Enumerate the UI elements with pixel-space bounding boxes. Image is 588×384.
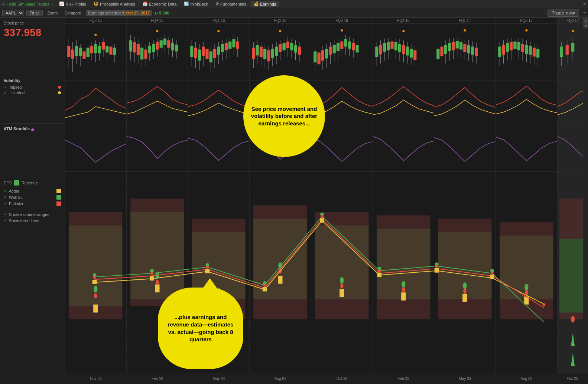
svg-point-127 bbox=[279, 268, 282, 273]
eps-3 bbox=[250, 172, 311, 373]
svg-rect-159 bbox=[375, 47, 378, 57]
scroll-up-button[interactable]: ▲ bbox=[583, 18, 588, 23]
svg-rect-141 bbox=[337, 43, 340, 51]
svg-rect-43 bbox=[148, 46, 151, 53]
quarter-col-6: FQ1 17 bbox=[434, 18, 496, 373]
svg-rect-182 bbox=[377, 215, 430, 319]
svg-rect-229 bbox=[525, 45, 528, 54]
quarter-col-3: FQ2 16 bbox=[250, 18, 311, 373]
fit-all-button[interactable]: Fit all bbox=[26, 10, 43, 16]
hist-dot bbox=[58, 91, 61, 94]
vol-0 bbox=[65, 81, 126, 125]
earnings-label: Earnings scheduled: bbox=[88, 11, 125, 15]
trade-now-button[interactable]: Trade now bbox=[548, 9, 579, 17]
svg-rect-199 bbox=[459, 42, 462, 50]
svg-rect-175 bbox=[406, 47, 409, 56]
svg-rect-73 bbox=[206, 49, 209, 59]
callout1-text: See price movement and volatility before… bbox=[251, 105, 318, 127]
expand-icon[interactable]: ≡ bbox=[584, 2, 586, 6]
q-label-2: FQ1 16 bbox=[188, 18, 249, 24]
date-3: Aug 03 bbox=[250, 377, 311, 381]
svg-rect-113 bbox=[283, 43, 286, 50]
svg-point-26 bbox=[94, 34, 97, 36]
svg-rect-173 bbox=[402, 45, 405, 54]
svg-rect-75 bbox=[209, 52, 212, 63]
svg-rect-67 bbox=[194, 48, 197, 58]
svg-rect-167 bbox=[390, 42, 393, 49]
svg-rect-161 bbox=[379, 45, 382, 55]
toolbar: AAPL Fit all Zoom Compare Earnings sched… bbox=[0, 8, 588, 18]
tab-risk-profile[interactable]: 📈 Risk Profile bbox=[56, 1, 89, 7]
svg-rect-49 bbox=[159, 40, 162, 48]
svg-point-185 bbox=[402, 287, 405, 292]
show-ranges-row[interactable]: ✓ Show estimate ranges bbox=[4, 212, 61, 217]
tab-earnings[interactable]: 💰 Earnings bbox=[251, 1, 279, 7]
toolbar-expand-icon[interactable]: ≡ bbox=[584, 11, 586, 15]
svg-rect-9 bbox=[82, 52, 85, 59]
svg-rect-45 bbox=[152, 44, 155, 52]
tab-prob-analysis[interactable]: 🔱 Probability Analysis bbox=[91, 1, 138, 7]
eps-panel: EPS Revenue ✓ Actual ✓ Wall St. ✓ Estimi… bbox=[0, 177, 65, 384]
sidebar: Stock price 337.958 Volatility ✓ Implied… bbox=[0, 18, 65, 384]
svg-rect-221 bbox=[510, 42, 513, 50]
svg-rect-99 bbox=[256, 45, 259, 56]
svg-rect-169 bbox=[394, 42, 397, 50]
svg-rect-155 bbox=[340, 289, 344, 297]
atm-0 bbox=[65, 125, 126, 172]
svg-rect-165 bbox=[387, 42, 390, 50]
candle-6 bbox=[434, 24, 496, 81]
svg-rect-13 bbox=[90, 46, 93, 53]
quarter-col-7: FQ2 17 bbox=[496, 18, 558, 373]
vol-1 bbox=[127, 81, 188, 125]
estimize-row: ✓ Estimize bbox=[4, 201, 61, 206]
vol-2 bbox=[188, 81, 249, 125]
zoom-button[interactable]: Zoom bbox=[45, 10, 60, 16]
candle-7 bbox=[496, 24, 557, 81]
svg-point-90 bbox=[218, 30, 220, 32]
estimize-label: Estimize bbox=[9, 201, 25, 206]
tab-fundamentals[interactable]: ⚙ Fundamentals bbox=[212, 1, 249, 7]
show-trend-row[interactable]: ✓ Show trend lines bbox=[4, 218, 61, 223]
callout2-bubble: ...plus earnings and revenue data—estima… bbox=[158, 288, 243, 369]
svg-rect-55 bbox=[171, 43, 174, 50]
svg-point-240 bbox=[524, 284, 528, 291]
svg-rect-233 bbox=[533, 48, 536, 57]
implied-check: ✓ bbox=[4, 85, 7, 89]
q-label-1: FQ4 15 bbox=[127, 18, 188, 24]
svg-rect-7 bbox=[79, 48, 82, 56]
tab-thinkback[interactable]: 🔄 thinkBack bbox=[181, 1, 211, 7]
svg-rect-239 bbox=[524, 296, 529, 305]
svg-rect-11 bbox=[87, 48, 90, 57]
svg-rect-215 bbox=[498, 47, 501, 57]
compare-button[interactable]: Compare bbox=[62, 10, 83, 16]
estimize-color bbox=[56, 201, 61, 206]
scroll-down-button[interactable]: ▼ bbox=[583, 23, 588, 28]
add-simulated-trades-button[interactable]: + + Add Simulated Trades bbox=[2, 2, 49, 6]
svg-rect-65 bbox=[191, 46, 194, 57]
svg-rect-177 bbox=[409, 49, 412, 58]
atm-dot bbox=[31, 128, 34, 131]
symbol-select[interactable]: AAPL bbox=[2, 10, 24, 16]
svg-rect-89 bbox=[236, 42, 239, 49]
tab-earn-label: Earnings bbox=[260, 2, 276, 6]
svg-rect-219 bbox=[506, 43, 509, 52]
scroll-bar[interactable]: ▲ ▼ bbox=[583, 18, 588, 373]
atm-7 bbox=[496, 125, 557, 172]
svg-point-126 bbox=[278, 262, 282, 269]
candle-3 bbox=[250, 24, 311, 81]
chart-columns: FQ3 15 bbox=[65, 18, 588, 373]
svg-rect-79 bbox=[217, 47, 220, 55]
trend-check: ✓ bbox=[4, 218, 7, 223]
q-label-0: FQ3 15 bbox=[65, 18, 126, 24]
candle-0 bbox=[65, 24, 126, 81]
svg-rect-21 bbox=[105, 46, 108, 53]
svg-point-184 bbox=[402, 281, 405, 288]
ranges-check: ✓ bbox=[4, 212, 7, 217]
q-label-6: FQ1 17 bbox=[434, 18, 496, 24]
candle-4 bbox=[311, 24, 373, 81]
svg-rect-17 bbox=[98, 46, 101, 53]
q-label-7: FQ2 17 bbox=[496, 18, 557, 24]
tab-economic-data[interactable]: 📅 Economic Data bbox=[140, 1, 180, 7]
wallst-label: Wall St. bbox=[9, 195, 23, 200]
show-ranges-label: Show estimate ranges bbox=[9, 212, 49, 217]
